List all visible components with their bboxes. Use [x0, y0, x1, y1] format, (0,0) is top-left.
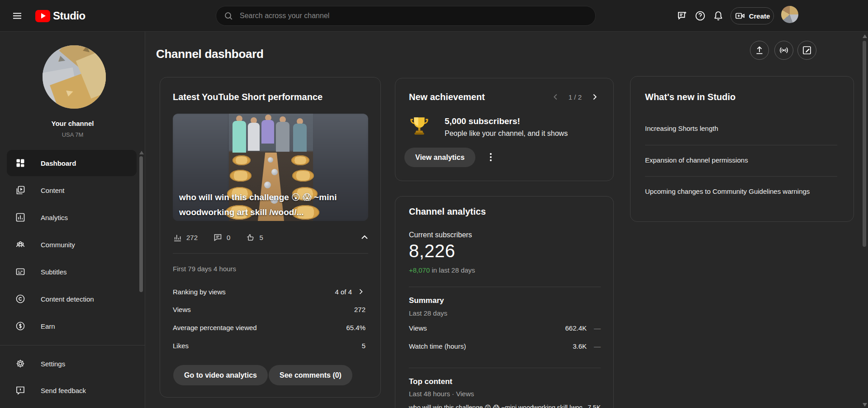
scroll-up-arrow-icon[interactable] — [139, 151, 144, 154]
metric-row-views: Views 272 — [173, 304, 365, 315]
dollar-icon — [15, 321, 26, 331]
metric-value: 4 of 4 — [335, 288, 352, 296]
subscriber-count: 8,226 — [409, 241, 455, 261]
sidebar-item-label: Subtitles — [41, 268, 67, 276]
sidebar-scrollbar-thumb[interactable] — [139, 156, 143, 292]
feedback-bubble-icon — [15, 385, 26, 396]
top-content-row[interactable]: who will win this challenge 😲 😱 ~mini wo… — [409, 404, 601, 408]
search-input[interactable] — [240, 12, 591, 20]
achievement-subtext: People like your channel, and it shows — [445, 130, 568, 138]
create-video-icon — [735, 10, 745, 21]
metric-value: 65.4% — [346, 324, 365, 331]
see-comments-button[interactable]: See comments (0) — [269, 365, 352, 385]
short-likes-count: 5 — [259, 234, 263, 241]
whats-new-item[interactable]: Increasing Shorts length — [645, 123, 844, 134]
chevron-left-icon[interactable] — [550, 92, 560, 102]
subtitles-icon — [15, 266, 26, 277]
summary-title: Summary — [409, 296, 444, 305]
chevron-right-icon[interactable] — [356, 287, 365, 296]
create-button[interactable]: Create — [730, 7, 774, 24]
youtube-logo-icon — [35, 10, 50, 22]
edit-icon[interactable] — [797, 41, 816, 60]
scroll-up-arrow-icon[interactable] — [863, 34, 867, 38]
metric-row-ranking[interactable]: Ranking by views 4 of 4 — [173, 286, 365, 297]
logo-text: Studio — [53, 10, 85, 22]
short-stats-row: 272 0 5 — [173, 232, 368, 243]
sidebar-item-label: Settings — [41, 360, 65, 368]
sidebar-item-label: Earn — [41, 322, 55, 330]
sidebar-item-label: Analytics — [41, 214, 68, 221]
top-content-video-title: who will win this challenge 😲 😱 ~mini wo… — [409, 404, 582, 408]
metric-value: 5 — [362, 342, 365, 350]
achievement-headline: 5,000 subscribers! — [445, 116, 520, 126]
menu-icon[interactable] — [9, 8, 25, 24]
scroll-down-arrow-icon[interactable] — [863, 403, 867, 407]
sidebar-item-label: Content detection — [41, 295, 94, 303]
trophy-icon — [410, 115, 429, 136]
metric-label: Average percentage viewed — [173, 324, 257, 331]
whats-new-item[interactable]: Upcoming changes to Community Guidelines… — [645, 186, 844, 197]
feedback-sparkle-icon[interactable] — [676, 10, 688, 22]
whats-new-item[interactable]: Expansion of channel permissions — [645, 154, 844, 166]
trend-sparkline: — — [594, 342, 601, 350]
chevron-right-icon[interactable] — [590, 92, 600, 102]
views-chart-icon — [173, 233, 182, 242]
divider — [409, 287, 601, 287]
sidebar-item-content[interactable]: Content — [0, 177, 145, 204]
help-icon[interactable] — [694, 10, 707, 22]
pager-count: 1 / 2 — [569, 93, 582, 101]
card-title: Channel analytics — [409, 206, 486, 217]
go-to-video-analytics-button[interactable]: Go to video analytics — [173, 365, 268, 385]
youtube-studio-logo[interactable]: Studio — [35, 0, 85, 32]
dashboard-grid-icon — [15, 158, 26, 168]
divider — [173, 253, 368, 254]
short-thumbnail[interactable]: who will win this challenge 😲 😱 ~mini wo… — [173, 114, 368, 221]
summary-value: 3.6K — [573, 342, 587, 350]
youtube-studio-app: Studio Create ▶ ▶ ▶ ▶ — [0, 0, 868, 408]
card-title: New achievement — [409, 92, 485, 102]
create-label: Create — [749, 12, 770, 20]
sidebar-item-subtitles[interactable]: Subtitles — [0, 258, 145, 285]
short-title-line1: who will win this challenge 😲 😱 ~mini — [179, 190, 362, 205]
whats-new-card: What's new in Studio Increasing Shorts l… — [630, 76, 854, 222]
short-views-count: 272 — [186, 234, 198, 241]
sidebar-item-community[interactable]: Community — [0, 231, 145, 258]
sidebar-item-earn[interactable]: Earn — [0, 312, 145, 340]
copyright-icon — [15, 293, 26, 304]
achievement-pager: 1 / 2 — [550, 92, 600, 102]
go-live-icon[interactable] — [774, 41, 793, 60]
sidebar-item-content-detection[interactable]: Content detection — [0, 285, 145, 312]
main-scrollbar — [862, 32, 868, 408]
top-content-video-views: 7.5K — [588, 404, 601, 408]
chevron-up-icon[interactable] — [359, 232, 370, 243]
comments-icon — [213, 233, 223, 242]
sidebar-item-analytics[interactable]: Analytics — [0, 204, 145, 231]
account-avatar[interactable] — [781, 6, 798, 23]
sidebar-item-settings[interactable]: Settings — [0, 350, 145, 377]
trend-sparkline: — — [594, 324, 601, 332]
sidebar-item-send-feedback[interactable]: Send feedback — [0, 377, 145, 404]
main-scrollbar-thumb[interactable] — [863, 41, 866, 247]
sidebar-item-label: Send feedback — [41, 387, 86, 394]
divider — [645, 145, 837, 145]
view-analytics-button[interactable]: View analytics — [404, 148, 475, 167]
kebab-menu-icon[interactable] — [485, 152, 496, 163]
metric-label: Ranking by views — [173, 288, 226, 296]
metric-label: Views — [173, 306, 191, 313]
metric-value: 272 — [354, 306, 365, 313]
sidebar-item-dashboard[interactable]: Dashboard — [0, 149, 145, 177]
top-content-title: Top content — [409, 377, 452, 386]
card-title: Latest YouTube Short performance — [173, 92, 323, 102]
summary-label: Watch time (hours) — [409, 342, 466, 350]
card-title: What's new in Studio — [645, 92, 735, 102]
short-comments-count: 0 — [227, 234, 230, 241]
metric-row-likes: Likes 5 — [173, 340, 365, 351]
notifications-bell-icon[interactable] — [712, 10, 725, 22]
upload-video-icon[interactable] — [750, 41, 769, 60]
sidebar: ▶ ▶ ▶ ▶ Your channel USA 7M Dashboard Co… — [0, 32, 145, 408]
sidebar-scrollbar — [139, 151, 143, 292]
sidebar-item-label: Community — [41, 241, 75, 249]
page-title: Channel dashboard — [156, 47, 264, 61]
search-icon[interactable] — [223, 10, 234, 22]
channel-avatar[interactable]: ▶ ▶ ▶ ▶ — [43, 45, 106, 109]
